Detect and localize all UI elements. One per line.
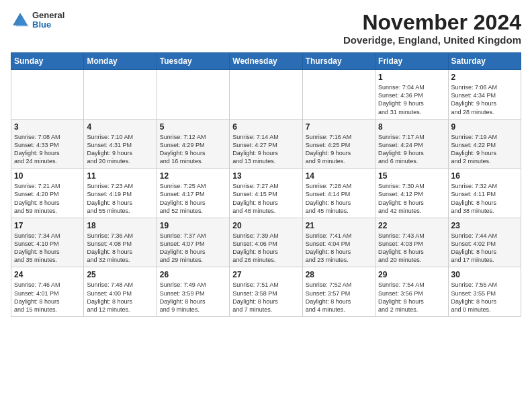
day-info: Sunrise: 7:41 AM Sunset: 4:04 PM Dayligh… [306,232,372,265]
day-cell: 22Sunrise: 7:43 AM Sunset: 4:03 PM Dayli… [375,218,448,267]
day-cell: 25Sunrise: 7:48 AM Sunset: 4:00 PM Dayli… [84,267,157,317]
day-cell: 10Sunrise: 7:21 AM Sunset: 4:20 PM Dayli… [11,169,84,218]
day-cell: 26Sunrise: 7:49 AM Sunset: 3:59 PM Dayli… [157,267,229,317]
logo-icon [11,11,30,30]
day-number: 1 [378,73,445,82]
day-info: Sunrise: 7:19 AM Sunset: 4:22 PM Dayligh… [451,133,518,166]
day-info: Sunrise: 7:36 AM Sunset: 4:08 PM Dayligh… [87,232,153,265]
day-info: Sunrise: 7:12 AM Sunset: 4:29 PM Dayligh… [160,133,226,166]
day-info: Sunrise: 7:34 AM Sunset: 4:10 PM Dayligh… [14,232,81,265]
day-cell [230,70,302,120]
day-number: 14 [306,171,372,181]
day-cell: 1Sunrise: 7:04 AM Sunset: 4:36 PM Daylig… [375,70,448,120]
day-number: 16 [451,171,518,181]
week-row-1: 1Sunrise: 7:04 AM Sunset: 4:36 PM Daylig… [11,70,521,120]
day-cell [302,70,375,120]
day-cell: 13Sunrise: 7:27 AM Sunset: 4:15 PM Dayli… [230,169,302,218]
day-cell: 19Sunrise: 7:37 AM Sunset: 4:07 PM Dayli… [157,218,229,267]
day-info: Sunrise: 7:21 AM Sunset: 4:20 PM Dayligh… [14,182,81,215]
day-cell: 23Sunrise: 7:44 AM Sunset: 4:02 PM Dayli… [448,218,521,267]
day-info: Sunrise: 7:39 AM Sunset: 4:06 PM Dayligh… [232,232,299,265]
week-row-5: 24Sunrise: 7:46 AM Sunset: 4:01 PM Dayli… [11,267,521,317]
day-number: 15 [378,171,445,181]
col-wednesday: Wednesday [230,53,302,70]
day-cell: 15Sunrise: 7:30 AM Sunset: 4:12 PM Dayli… [375,169,448,218]
day-number: 3 [14,122,81,132]
day-cell: 11Sunrise: 7:23 AM Sunset: 4:19 PM Dayli… [84,169,157,218]
day-cell [84,70,157,120]
day-info: Sunrise: 7:51 AM Sunset: 3:58 PM Dayligh… [232,281,299,314]
day-number: 29 [378,270,445,279]
day-cell: 18Sunrise: 7:36 AM Sunset: 4:08 PM Dayli… [84,218,157,267]
day-cell: 27Sunrise: 7:51 AM Sunset: 3:58 PM Dayli… [230,267,302,317]
day-number: 27 [232,270,299,279]
day-number: 10 [14,171,81,181]
day-number: 22 [378,221,445,230]
day-number: 21 [306,221,372,230]
col-monday: Monday [84,53,157,70]
col-saturday: Saturday [448,53,521,70]
day-cell: 2Sunrise: 7:06 AM Sunset: 4:34 PM Daylig… [448,70,521,120]
day-number: 7 [306,122,372,132]
day-number: 30 [451,270,518,279]
day-cell [157,70,229,120]
day-cell: 4Sunrise: 7:10 AM Sunset: 4:31 PM Daylig… [84,119,157,169]
day-cell: 28Sunrise: 7:52 AM Sunset: 3:57 PM Dayli… [302,267,375,317]
day-info: Sunrise: 7:46 AM Sunset: 4:01 PM Dayligh… [14,281,81,314]
day-number: 9 [451,122,518,132]
day-number: 18 [87,221,153,230]
day-info: Sunrise: 7:14 AM Sunset: 4:27 PM Dayligh… [232,133,299,166]
page: General Blue November 2024 Doveridge, En… [0,0,532,324]
day-cell: 29Sunrise: 7:54 AM Sunset: 3:56 PM Dayli… [375,267,448,317]
day-info: Sunrise: 7:28 AM Sunset: 4:14 PM Dayligh… [306,182,372,215]
title-block: November 2024 Doveridge, England, United… [343,11,521,46]
day-number: 28 [306,270,372,279]
logo-text: General Blue [32,11,64,30]
week-row-2: 3Sunrise: 7:08 AM Sunset: 4:33 PM Daylig… [11,119,521,169]
day-number: 8 [378,122,445,132]
day-number: 26 [160,270,226,279]
day-info: Sunrise: 7:44 AM Sunset: 4:02 PM Dayligh… [451,232,518,265]
day-cell: 9Sunrise: 7:19 AM Sunset: 4:22 PM Daylig… [448,119,521,169]
logo-blue: Blue [32,20,64,30]
day-cell: 12Sunrise: 7:25 AM Sunset: 4:17 PM Dayli… [157,169,229,218]
week-row-3: 10Sunrise: 7:21 AM Sunset: 4:20 PM Dayli… [11,169,521,218]
day-cell: 30Sunrise: 7:55 AM Sunset: 3:55 PM Dayli… [448,267,521,317]
col-tuesday: Tuesday [157,53,229,70]
day-info: Sunrise: 7:27 AM Sunset: 4:15 PM Dayligh… [232,182,299,215]
day-info: Sunrise: 7:49 AM Sunset: 3:59 PM Dayligh… [160,281,226,314]
day-cell: 8Sunrise: 7:17 AM Sunset: 4:24 PM Daylig… [375,119,448,169]
day-number: 2 [451,73,518,82]
day-number: 20 [232,221,299,230]
day-cell: 6Sunrise: 7:14 AM Sunset: 4:27 PM Daylig… [230,119,302,169]
day-info: Sunrise: 7:37 AM Sunset: 4:07 PM Dayligh… [160,232,226,265]
day-number: 4 [87,122,153,132]
location: Doveridge, England, United Kingdom [343,34,521,46]
month-title: November 2024 [343,11,521,34]
day-info: Sunrise: 7:54 AM Sunset: 3:56 PM Dayligh… [378,281,445,314]
day-cell: 20Sunrise: 7:39 AM Sunset: 4:06 PM Dayli… [230,218,302,267]
day-cell: 24Sunrise: 7:46 AM Sunset: 4:01 PM Dayli… [11,267,84,317]
calendar-table: Sunday Monday Tuesday Wednesday Thursday… [11,52,521,317]
col-sunday: Sunday [11,53,84,70]
day-info: Sunrise: 7:48 AM Sunset: 4:00 PM Dayligh… [87,281,153,314]
week-row-4: 17Sunrise: 7:34 AM Sunset: 4:10 PM Dayli… [11,218,521,267]
header-row: Sunday Monday Tuesday Wednesday Thursday… [11,53,521,70]
day-info: Sunrise: 7:30 AM Sunset: 4:12 PM Dayligh… [378,182,445,215]
day-info: Sunrise: 7:43 AM Sunset: 4:03 PM Dayligh… [378,232,445,265]
day-number: 24 [14,270,81,279]
logo: General Blue [11,11,64,30]
day-info: Sunrise: 7:32 AM Sunset: 4:11 PM Dayligh… [451,182,518,215]
day-info: Sunrise: 7:08 AM Sunset: 4:33 PM Dayligh… [14,133,81,166]
day-info: Sunrise: 7:52 AM Sunset: 3:57 PM Dayligh… [306,281,372,314]
day-number: 25 [87,270,153,279]
day-number: 6 [232,122,299,132]
logo-general: General [32,11,64,20]
day-cell: 7Sunrise: 7:16 AM Sunset: 4:25 PM Daylig… [302,119,375,169]
day-info: Sunrise: 7:10 AM Sunset: 4:31 PM Dayligh… [87,133,153,166]
day-number: 19 [160,221,226,230]
day-cell: 21Sunrise: 7:41 AM Sunset: 4:04 PM Dayli… [302,218,375,267]
day-cell: 17Sunrise: 7:34 AM Sunset: 4:10 PM Dayli… [11,218,84,267]
day-info: Sunrise: 7:06 AM Sunset: 4:34 PM Dayligh… [451,83,518,116]
day-cell: 16Sunrise: 7:32 AM Sunset: 4:11 PM Dayli… [448,169,521,218]
